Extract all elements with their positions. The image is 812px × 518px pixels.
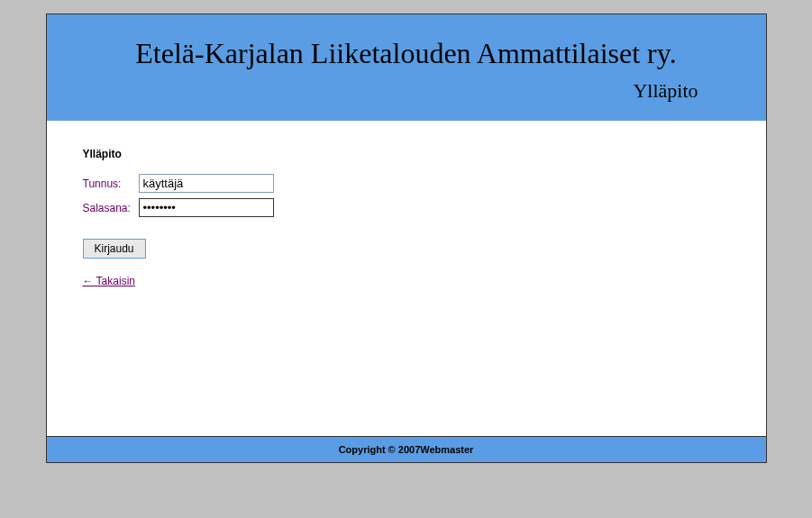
page-subtitle: Ylläpito xyxy=(74,79,739,103)
password-input[interactable] xyxy=(139,198,274,217)
back-link[interactable]: ← Takaisin xyxy=(83,275,135,287)
section-title: Ylläpito xyxy=(83,148,730,160)
footer: Copyright © 2007Webmaster xyxy=(47,436,766,462)
login-button[interactable]: Kirjaudu xyxy=(83,239,146,259)
footer-text: Copyright © 2007Webmaster xyxy=(339,444,474,455)
username-row: Tunnus: xyxy=(83,174,730,193)
page-container: Etelä-Karjalan Liiketalouden Ammattilais… xyxy=(46,14,767,463)
content-area: Ylläpito Tunnus: Salasana: Kirjaudu ← Ta… xyxy=(47,121,766,436)
username-label: Tunnus: xyxy=(83,177,139,190)
password-row: Salasana: xyxy=(83,198,730,217)
page-title: Etelä-Karjalan Liiketalouden Ammattilais… xyxy=(74,37,739,70)
header: Etelä-Karjalan Liiketalouden Ammattilais… xyxy=(47,14,766,121)
password-label: Salasana: xyxy=(83,202,139,214)
username-input[interactable] xyxy=(139,174,274,193)
